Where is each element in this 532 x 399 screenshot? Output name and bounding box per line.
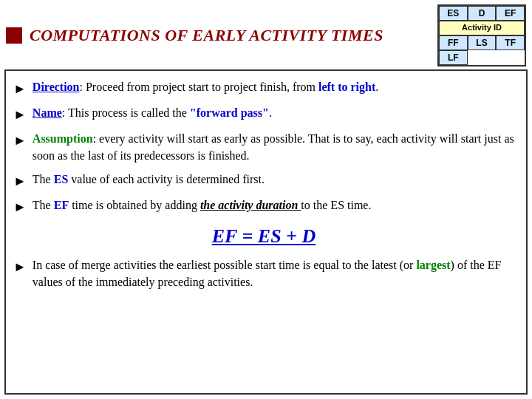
text-ef-3: to the ES time. (301, 199, 371, 211)
text-merge-1: In case of merge activities the earliest… (33, 259, 417, 271)
main-content: ► Direction: Proceed from project start … (4, 69, 528, 395)
bullet-arrow-1: ► (13, 79, 27, 98)
cell-d: D (468, 6, 497, 21)
text-es-2: value of each activity is determined fir… (68, 173, 265, 185)
bullet-text-name: Name: This process is called the "forwar… (33, 104, 514, 121)
bullet-merge: ► In case of merge activities the earlie… (13, 256, 514, 290)
bullet-ef: ► The EF time is obtained by adding the … (13, 197, 514, 216)
bullet-assumption: ► Assumption: every activity will start … (13, 130, 514, 164)
highlight-largest: largest (416, 259, 450, 271)
text-name-1: : This process is called the (62, 106, 190, 119)
title-square (6, 27, 22, 44)
formula-text: EF = ES + D (212, 225, 316, 247)
cell-activity-id: Activity ID (439, 21, 525, 35)
highlight-activity-duration: the activity duration (200, 199, 301, 211)
activity-id-box: ES D EF Activity ID FF LS TF LF (437, 4, 526, 66)
bullet-arrow-5: ► (13, 197, 27, 216)
bullet-name: ► Name: This process is called the "forw… (13, 104, 514, 124)
text-direction-2: . (375, 81, 378, 93)
bullet-text-assumption: Assumption: every activity will start as… (33, 130, 514, 164)
text-ef-2: time is obtained by adding (69, 199, 200, 211)
text-es-1: The (33, 173, 54, 185)
highlight-left-right: left to right (318, 81, 375, 93)
cell-es: ES (439, 6, 468, 21)
bullet-arrow-6: ► (13, 257, 27, 276)
cell-ls: LS (468, 35, 497, 50)
bullet-text-direction: Direction: Proceed from project start to… (33, 78, 514, 95)
cell-tf: TF (496, 35, 525, 50)
label-name: Name (33, 106, 62, 119)
bullet-arrow-2: ► (13, 105, 27, 124)
cell-ff: FF (439, 35, 468, 50)
bullet-direction: ► Direction: Proceed from project start … (13, 78, 514, 98)
bullet-arrow-3: ► (13, 131, 27, 150)
cell-lf: LF (439, 50, 468, 65)
label-direction: Direction (33, 81, 80, 93)
bullet-text-es: The ES value of each activity is determi… (33, 171, 514, 188)
highlight-forward-pass: "forward pass" (190, 106, 269, 119)
bullet-arrow-4: ► (13, 171, 27, 191)
highlight-es: ES (54, 173, 69, 185)
header: COMPUTATIONS OF EARLY ACTIVITY TIMES ES … (0, 0, 532, 69)
label-assumption: Assumption (33, 132, 93, 145)
bullet-text-ef: The EF time is obtained by adding the ac… (33, 197, 514, 214)
text-assumption: : every activity will start as early as … (33, 132, 514, 162)
text-direction-1: : Proceed from project start to project … (80, 81, 318, 93)
page-container: COMPUTATIONS OF EARLY ACTIVITY TIMES ES … (0, 0, 532, 399)
header-title-area: COMPUTATIONS OF EARLY ACTIVITY TIMES (6, 4, 432, 66)
text-ef-1: The (33, 199, 54, 211)
cell-ef: EF (496, 6, 525, 21)
formula-display: EF = ES + D (13, 222, 514, 250)
highlight-ef: EF (54, 199, 69, 211)
bullet-text-merge: In case of merge activities the earliest… (33, 256, 514, 290)
bullet-es: ► The ES value of each activity is deter… (13, 171, 514, 191)
page-title: COMPUTATIONS OF EARLY ACTIVITY TIMES (30, 26, 383, 45)
text-name-2: . (269, 106, 272, 119)
